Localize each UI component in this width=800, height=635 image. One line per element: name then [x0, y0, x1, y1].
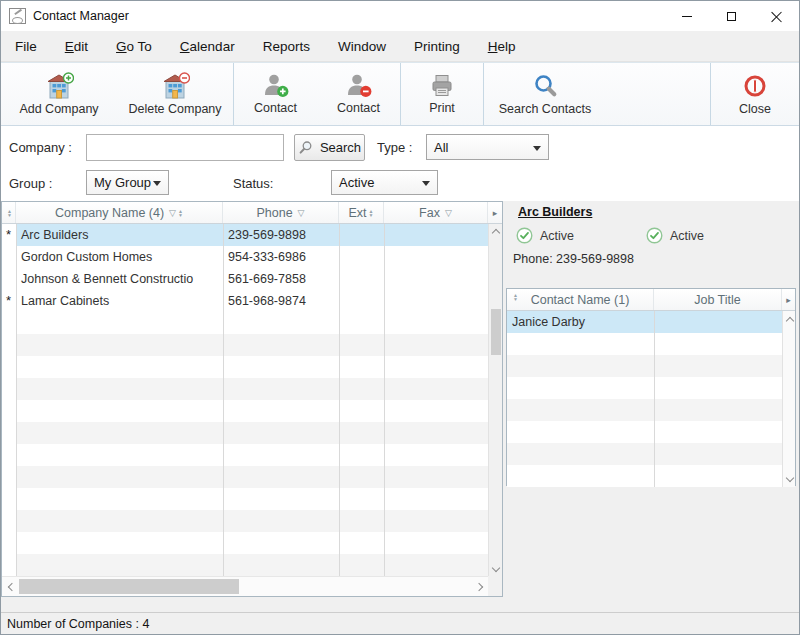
- search-contacts-button[interactable]: Search Contacts: [484, 63, 606, 125]
- print-button[interactable]: Print: [401, 63, 483, 125]
- group-dropdown[interactable]: My Group: [86, 170, 169, 195]
- search-button[interactable]: Search: [294, 134, 365, 161]
- column-header-fax[interactable]: Fax ▽: [384, 202, 488, 223]
- status-label: Status:: [233, 176, 273, 191]
- detail-phone: Phone: 239-569-9898: [513, 252, 634, 266]
- status-text: Active: [540, 229, 574, 243]
- companies-horizontal-scrollbar[interactable]: [2, 576, 488, 596]
- table-row[interactable]: Johnson & Bennett Constructio 561-669-78…: [16, 268, 488, 290]
- menubar: File Edit Go To Calendar Reports Window …: [1, 31, 799, 62]
- scroll-left-button[interactable]: [2, 577, 18, 596]
- scroll-columns-right-button[interactable]: ▸: [488, 202, 502, 223]
- minimize-icon: [682, 16, 692, 17]
- detail-company-name: Arc Builders: [518, 205, 592, 219]
- right-arrow-icon: ▸: [493, 208, 498, 218]
- status-dropdown[interactable]: Active: [331, 170, 438, 195]
- column-header-ext[interactable]: Ext ▲▼: [339, 202, 384, 223]
- search-small-icon: [298, 140, 314, 156]
- app-icon: [9, 8, 26, 24]
- status-text: Active: [670, 229, 704, 243]
- check-circle-icon: [516, 227, 533, 244]
- menu-goto[interactable]: Go To: [102, 31, 166, 61]
- type-value: All: [434, 140, 448, 155]
- chevron-down-icon: [492, 564, 500, 572]
- column-divider: [384, 224, 385, 576]
- sort-icon: ▲▼: [513, 293, 518, 301]
- add-company-button[interactable]: Add Company: [1, 63, 117, 125]
- chevron-up-icon: [785, 317, 793, 325]
- chevron-up-icon: [492, 228, 500, 236]
- filter-icon[interactable]: ▽: [169, 208, 176, 218]
- menu-edit[interactable]: Edit: [51, 31, 102, 61]
- search-button-label: Search: [320, 140, 361, 155]
- menu-printing[interactable]: Printing: [400, 31, 474, 61]
- menu-reports[interactable]: Reports: [249, 31, 324, 61]
- companies-vertical-scrollbar[interactable]: [488, 224, 502, 576]
- maximize-button[interactable]: [709, 1, 754, 31]
- close-window-button[interactable]: [754, 1, 799, 31]
- group-value: My Group: [94, 175, 151, 190]
- status-value: Active: [339, 175, 374, 190]
- companies-grid-body: * * Arc Builders 239-569-9898 Gordon Cus…: [2, 224, 488, 576]
- minimize-button[interactable]: [664, 1, 709, 31]
- filterbar: Company : Search Type : All Group : My G…: [1, 126, 799, 201]
- row-indicator: *: [2, 227, 15, 242]
- filter-icon[interactable]: ▽: [298, 208, 305, 218]
- contacts-grid-body: Janice Darby: [507, 311, 782, 487]
- column-divider: [339, 224, 340, 576]
- scroll-right-button[interactable]: [472, 577, 488, 596]
- contacts-vertical-scrollbar[interactable]: [782, 311, 795, 487]
- table-row[interactable]: Lamar Cabinets 561-968-9874: [16, 290, 488, 312]
- add-contact-button[interactable]: Contact: [234, 63, 317, 125]
- scroll-down-button[interactable]: [489, 562, 503, 576]
- chevron-down-icon: [533, 146, 541, 155]
- table-row[interactable]: Arc Builders 239-569-9898: [16, 224, 488, 246]
- delete-company-button[interactable]: Delete Company: [117, 63, 233, 125]
- menu-help[interactable]: Help: [474, 31, 530, 61]
- menu-calendar[interactable]: Calendar: [166, 31, 249, 61]
- table-row[interactable]: Janice Darby: [507, 311, 782, 333]
- print-label: Print: [429, 101, 455, 115]
- type-label: Type :: [377, 140, 412, 155]
- delete-contact-button[interactable]: Contact: [317, 63, 400, 125]
- table-row[interactable]: Gordon Custom Homes 954-333-6986: [16, 246, 488, 268]
- company-label: Company :: [9, 140, 72, 155]
- contacts-grid: ▲▼ Contact Name (1) Job Title ▸ Janice D…: [506, 288, 796, 486]
- scroll-columns-right-button[interactable]: ▸: [782, 289, 795, 310]
- menu-file[interactable]: File: [1, 31, 51, 61]
- group-label: Group :: [9, 176, 52, 191]
- chevron-down-icon: [785, 473, 793, 481]
- power-icon: [742, 73, 768, 99]
- toolbar-spacer: [606, 63, 710, 125]
- companies-grid: ▲▼ Company Name (4) ▽ ▲▼ Phone ▽ Ext ▲▼ …: [1, 201, 503, 597]
- scroll-down-button[interactable]: [783, 472, 796, 485]
- column-header-phone[interactable]: Phone ▽: [223, 202, 339, 223]
- column-header-job-title[interactable]: Job Title: [654, 289, 782, 310]
- type-dropdown[interactable]: All: [426, 134, 549, 160]
- printer-icon: [429, 73, 455, 98]
- chevron-down-icon: [153, 181, 161, 190]
- filter-icon[interactable]: ▽: [445, 208, 452, 218]
- chevron-left-icon: [7, 582, 15, 590]
- scrollbar-thumb[interactable]: [491, 309, 501, 355]
- column-header-contact-name[interactable]: ▲▼ Contact Name (1): [507, 289, 654, 310]
- person-minus-icon: [346, 73, 372, 98]
- close-button[interactable]: Close: [711, 63, 799, 125]
- company-input[interactable]: [86, 134, 284, 161]
- scrollbar-thumb[interactable]: [19, 579, 239, 594]
- status-badge: Active: [646, 227, 704, 244]
- indicator-column-header[interactable]: ▲▼: [2, 202, 16, 223]
- chevron-down-icon: [422, 181, 430, 190]
- companies-grid-header: ▲▼ Company Name (4) ▽ ▲▼ Phone ▽ Ext ▲▼ …: [2, 202, 502, 224]
- scroll-up-button[interactable]: [489, 224, 503, 238]
- add-company-label: Add Company: [19, 102, 98, 116]
- sort-icon: ▲▼: [369, 209, 374, 217]
- column-divider: [223, 224, 224, 576]
- scrollbar-corner: [488, 576, 502, 596]
- scroll-up-button[interactable]: [783, 313, 796, 326]
- column-header-company-name[interactable]: Company Name (4) ▽ ▲▼: [16, 202, 223, 223]
- search-icon: [532, 73, 558, 99]
- sort-icon: ▲▼: [178, 209, 183, 217]
- status-count: Number of Companies : 4: [7, 617, 149, 631]
- menu-window[interactable]: Window: [324, 31, 400, 61]
